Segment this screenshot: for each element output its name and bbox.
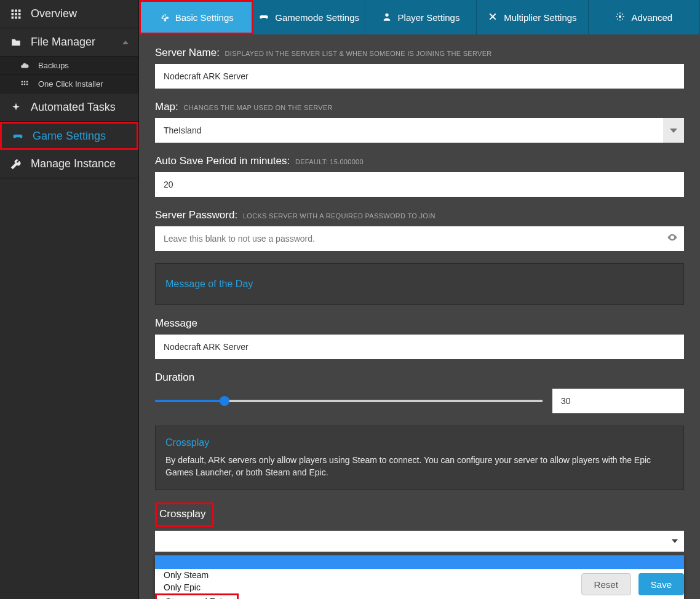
sidebar-item-label: Overview xyxy=(31,7,129,20)
sidebar-item-label: One Click Installer xyxy=(38,79,129,89)
cloud-icon xyxy=(20,60,30,72)
svg-rect-0 xyxy=(12,9,14,12)
reset-button[interactable]: Reset xyxy=(581,573,631,595)
crossplay-section: Crossplay By default, ARK servers only a… xyxy=(155,426,684,490)
crossplay-label-highlight: Crossplay xyxy=(155,502,214,527)
crossplay-select[interactable] xyxy=(155,531,684,552)
svg-rect-3 xyxy=(12,13,14,15)
autosave-input[interactable] xyxy=(155,172,684,197)
slider-fill xyxy=(155,400,225,402)
sparkle-icon xyxy=(10,101,22,114)
svg-rect-9 xyxy=(22,81,23,82)
sidebar-item-manage-instance[interactable]: Manage Instance xyxy=(0,150,138,178)
sidebar-item-game-settings[interactable]: Game Settings xyxy=(0,122,138,150)
label-text: Server Password: xyxy=(155,209,237,221)
field-duration: Duration 30 xyxy=(155,371,684,413)
sidebar-item-label: Manage Instance xyxy=(31,157,129,170)
svg-point-15 xyxy=(385,13,388,16)
crossplay-label: Crossplay xyxy=(159,508,206,520)
grid-icon xyxy=(10,8,22,20)
svg-rect-13 xyxy=(24,83,25,84)
tab-label: Gamemode Settings xyxy=(275,12,359,23)
dropdown-option-steam-and-epic[interactable]: Steam and Epic xyxy=(155,593,239,599)
svg-rect-6 xyxy=(12,16,14,18)
message-input[interactable] xyxy=(155,335,684,359)
sidebar-item-automated-tasks[interactable]: Automated Tasks xyxy=(0,93,138,122)
motd-section: Message of the Day xyxy=(155,263,684,305)
svg-rect-4 xyxy=(15,13,17,15)
svg-rect-12 xyxy=(22,83,23,84)
tab-gamemode-settings[interactable]: Gamemode Settings xyxy=(253,0,365,34)
tab-label: Basic Settings xyxy=(175,12,234,23)
duration-value[interactable]: 30 xyxy=(552,389,684,413)
field-autosave: Auto Save Period in minutes: DEFAULT: 15… xyxy=(155,155,684,197)
main-panel: Basic Settings Gamemode Settings Player … xyxy=(139,0,700,599)
field-message: Message xyxy=(155,317,684,359)
map-dropdown-button[interactable] xyxy=(663,118,684,143)
sidebar-item-label: Automated Tasks xyxy=(31,101,129,114)
label-text: Server Name: xyxy=(155,47,220,58)
tab-label: Player Settings xyxy=(398,12,460,23)
crossplay-section-title: Crossplay xyxy=(165,437,674,448)
save-button[interactable]: Save xyxy=(638,573,684,595)
message-label: Message xyxy=(155,317,684,330)
duration-slider[interactable] xyxy=(155,400,543,402)
label-text: Map: xyxy=(155,101,178,113)
svg-point-16 xyxy=(619,15,621,18)
svg-rect-11 xyxy=(26,81,28,82)
chevron-down-icon xyxy=(670,129,677,133)
grid-small-icon xyxy=(20,78,30,90)
sidebar-item-backups[interactable]: Backups xyxy=(0,57,138,75)
server-name-input[interactable] xyxy=(155,64,684,89)
gamepad-icon xyxy=(259,12,269,23)
label-hint: CHANGES THE MAP USED ON THE SERVER xyxy=(184,104,333,111)
svg-rect-10 xyxy=(24,81,25,82)
sidebar-item-label: File Manager xyxy=(31,36,122,49)
tab-bar: Basic Settings Gamemode Settings Player … xyxy=(139,0,700,34)
gear-icon xyxy=(159,12,169,23)
tab-basic-settings[interactable]: Basic Settings xyxy=(139,0,253,34)
tab-advanced[interactable]: Advanced xyxy=(589,0,700,34)
sidebar-item-one-click-installer[interactable]: One Click Installer xyxy=(0,75,138,93)
label-hint: DEFAULT: 15.000000 xyxy=(295,158,364,165)
svg-rect-14 xyxy=(26,83,28,84)
tab-multiplier-settings[interactable]: Multiplier Settings xyxy=(477,0,588,34)
dropdown-option-blank[interactable] xyxy=(155,555,684,569)
tab-label: Multiplier Settings xyxy=(504,12,576,23)
label-hint: LOCKS SERVER WITH A REQUIRED PASSWORD TO… xyxy=(243,212,436,220)
tab-label: Advanced xyxy=(631,12,672,23)
map-label: Map: CHANGES THE MAP USED ON THE SERVER xyxy=(155,101,684,113)
password-input[interactable] xyxy=(155,226,684,251)
chevron-down-icon xyxy=(672,539,678,543)
sidebar-item-overview[interactable]: Overview xyxy=(0,0,138,28)
svg-rect-2 xyxy=(18,9,21,12)
svg-rect-7 xyxy=(15,16,17,18)
cog-icon xyxy=(615,12,625,23)
field-password: Server Password: LOCKS SERVER WITH A REQ… xyxy=(155,209,684,251)
slider-thumb[interactable] xyxy=(220,396,229,406)
wrench-icon xyxy=(10,158,22,170)
folder-icon xyxy=(10,36,22,49)
crossplay-section-body: By default, ARK servers only allow playe… xyxy=(165,454,674,478)
map-input[interactable] xyxy=(155,118,663,143)
svg-rect-1 xyxy=(15,9,17,12)
duration-label: Duration xyxy=(155,371,684,384)
footer-buttons: Reset Save xyxy=(581,573,684,595)
user-icon xyxy=(382,12,392,23)
autosave-label: Auto Save Period in minutes: DEFAULT: 15… xyxy=(155,155,684,167)
field-crossplay: Crossplay xyxy=(155,502,684,552)
password-label: Server Password: LOCKS SERVER WITH A REQ… xyxy=(155,209,684,221)
chevron-up-icon xyxy=(122,41,129,44)
tab-player-settings[interactable]: Player Settings xyxy=(365,0,477,34)
sidebar: Overview File Manager Backups One Click … xyxy=(0,0,139,599)
gamepad-icon xyxy=(12,130,24,142)
sidebar-item-file-manager[interactable]: File Manager xyxy=(0,28,138,57)
x-icon xyxy=(488,12,498,23)
sidebar-item-label: Backups xyxy=(38,61,129,70)
field-map: Map: CHANGES THE MAP USED ON THE SERVER xyxy=(155,101,684,143)
label-text: Auto Save Period in minutes: xyxy=(155,155,290,167)
form-body: Server Name: DISPLAYED IN THE SERVER LIS… xyxy=(139,34,700,599)
eye-icon[interactable] xyxy=(667,232,678,245)
svg-rect-5 xyxy=(18,13,21,15)
sidebar-item-label: Game Settings xyxy=(33,130,127,143)
